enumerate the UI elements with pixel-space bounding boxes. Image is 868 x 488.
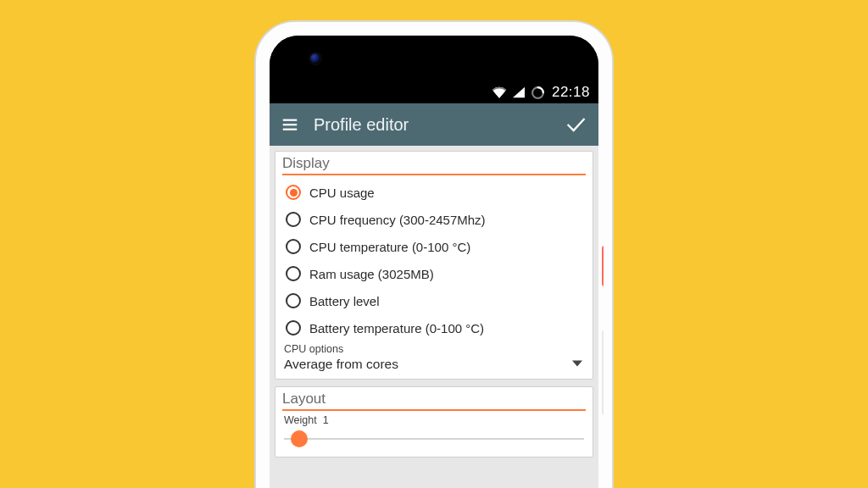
layout-card: Layout Weight 1 — [275, 386, 593, 458]
app-bar-title: Profile editor — [314, 115, 549, 135]
radio-label: CPU usage — [309, 186, 375, 200]
weight-label: Weight 1 — [284, 414, 584, 426]
power-button[interactable] — [602, 246, 607, 286]
radio-icon — [286, 185, 301, 200]
svg-rect-2 — [283, 124, 298, 125]
hamburger-icon — [281, 115, 299, 134]
radio-icon — [286, 293, 301, 308]
app-bar: Profile editor — [270, 103, 598, 146]
weight-slider[interactable] — [284, 428, 584, 450]
display-option-radio[interactable]: CPU frequency (300-2457Mhz) — [284, 206, 584, 233]
cpu-options-dropdown[interactable]: Average from cores — [284, 355, 584, 372]
cpu-options-label: CPU options — [284, 343, 584, 355]
display-option-radio[interactable]: Battery temperature (0-100 °C) — [284, 314, 584, 341]
slider-track — [284, 438, 584, 440]
slider-thumb[interactable] — [291, 430, 308, 447]
dropdown-arrow-icon — [572, 357, 582, 372]
display-option-radio[interactable]: CPU temperature (0-100 °C) — [284, 233, 584, 260]
menu-button[interactable] — [280, 114, 300, 135]
loading-spinner-icon — [531, 86, 545, 100]
display-option-radio[interactable]: Ram usage (3025MB) — [284, 260, 584, 287]
display-header: Display — [282, 155, 586, 175]
radio-icon — [286, 266, 301, 281]
phone-bezel-top — [270, 36, 598, 81]
radio-label: CPU frequency (300-2457Mhz) — [309, 213, 486, 227]
radio-icon — [286, 212, 301, 227]
screen-body: Display CPU usageCPU frequency (300-2457… — [270, 146, 598, 488]
phone-frame: 22:18 Profile editor Display CPU usageCP — [256, 22, 612, 488]
display-option-radio[interactable]: CPU usage — [284, 179, 584, 206]
radio-label: Battery level — [309, 294, 380, 308]
volume-button[interactable] — [602, 330, 607, 415]
phone-screen: 22:18 Profile editor Display CPU usageCP — [270, 36, 598, 488]
display-option-radio[interactable]: Battery level — [284, 287, 584, 314]
radio-icon — [286, 320, 301, 336]
cpu-options-value: Average from cores — [284, 357, 398, 372]
front-camera — [310, 53, 320, 64]
radio-icon — [286, 239, 301, 254]
cell-signal-icon — [512, 86, 526, 98]
confirm-button[interactable] — [563, 112, 588, 137]
svg-rect-3 — [283, 129, 298, 130]
svg-rect-1 — [283, 119, 298, 121]
layout-header: Layout — [282, 391, 586, 411]
status-bar: 22:18 — [270, 81, 598, 103]
wifi-icon — [492, 86, 507, 98]
radio-label: Battery temperature (0-100 °C) — [309, 321, 484, 336]
status-time: 22:18 — [552, 84, 590, 101]
check-icon — [564, 113, 587, 136]
radio-label: CPU temperature (0-100 °C) — [309, 240, 470, 254]
radio-label: Ram usage (3025MB) — [309, 267, 434, 281]
display-card: Display CPU usageCPU frequency (300-2457… — [275, 151, 593, 380]
